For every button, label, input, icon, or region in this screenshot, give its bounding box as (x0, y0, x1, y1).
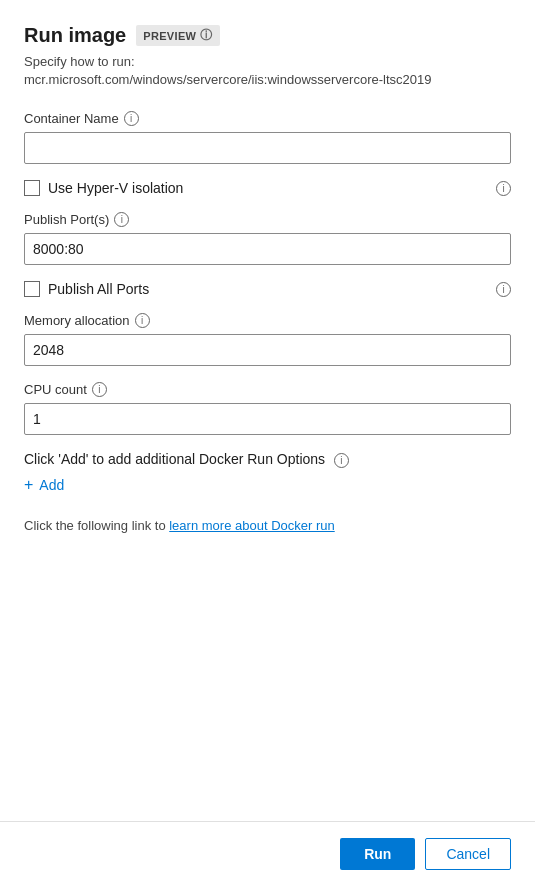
hyper-v-row: Use Hyper-V isolation i (24, 180, 511, 196)
preview-badge: PREVIEW ⓘ (136, 25, 219, 46)
preview-label: PREVIEW (143, 30, 196, 42)
container-name-info-icon[interactable]: i (124, 111, 139, 126)
cpu-count-label: CPU count i (24, 382, 511, 397)
add-row: + Add (24, 476, 511, 494)
add-button[interactable]: Add (39, 477, 64, 493)
page-title: Run image (24, 24, 126, 47)
cpu-count-info-icon[interactable]: i (92, 382, 107, 397)
preview-info-icon[interactable]: ⓘ (200, 27, 212, 44)
run-button[interactable]: Run (340, 838, 415, 870)
container-name-label: Container Name i (24, 111, 511, 126)
publish-all-ports-label: Publish All Ports (48, 281, 149, 297)
memory-allocation-input[interactable] (24, 334, 511, 366)
add-plus-icon: + (24, 476, 33, 494)
docker-options-info-icon[interactable]: i (334, 453, 349, 468)
hyper-v-checkbox[interactable] (24, 180, 40, 196)
publish-all-ports-info-icon[interactable]: i (496, 282, 511, 297)
memory-allocation-group: Memory allocation i (24, 313, 511, 366)
container-name-group: Container Name i (24, 111, 511, 164)
subtitle: Specify how to run: mcr.microsoft.com/wi… (24, 53, 511, 89)
docker-link[interactable]: learn more about Docker run (169, 518, 334, 533)
cpu-count-input[interactable] (24, 403, 511, 435)
header-row: Run image PREVIEW ⓘ (24, 24, 511, 47)
hyper-v-info-icon[interactable]: i (496, 181, 511, 196)
publish-ports-group: Publish Port(s) i (24, 212, 511, 265)
docker-options-description: Click 'Add' to add additional Docker Run… (24, 451, 511, 468)
publish-ports-info-icon[interactable]: i (114, 212, 129, 227)
bottom-bar: Run Cancel (0, 821, 535, 885)
cancel-button[interactable]: Cancel (425, 838, 511, 870)
memory-allocation-label: Memory allocation i (24, 313, 511, 328)
publish-ports-label: Publish Port(s) i (24, 212, 511, 227)
hyper-v-label: Use Hyper-V isolation (48, 180, 183, 196)
container-name-input[interactable] (24, 132, 511, 164)
publish-ports-input[interactable] (24, 233, 511, 265)
memory-allocation-info-icon[interactable]: i (135, 313, 150, 328)
publish-all-ports-row: Publish All Ports i (24, 281, 511, 297)
publish-all-ports-checkbox[interactable] (24, 281, 40, 297)
docker-link-section: Click the following link to learn more a… (24, 518, 511, 533)
cpu-count-group: CPU count i (24, 382, 511, 435)
